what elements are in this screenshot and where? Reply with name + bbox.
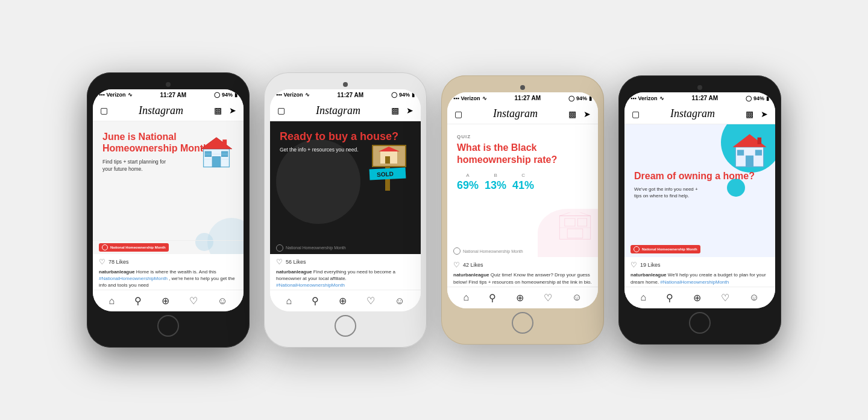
post4-house-svg xyxy=(727,127,772,170)
option-c: C 41% xyxy=(512,173,534,192)
heart-icon-4[interactable]: ♡ xyxy=(631,261,637,269)
camera-ig-icon-2[interactable]: ▢ xyxy=(277,106,285,115)
ig-header-icons-3: ▩ ➤ xyxy=(568,109,591,119)
camera-dot xyxy=(166,82,171,87)
nav-plus-3[interactable]: ⊕ xyxy=(516,292,524,304)
heart-icon-1[interactable]: ♡ xyxy=(99,258,105,266)
svg-rect-27 xyxy=(758,138,762,144)
nav-home-4[interactable]: ⌂ xyxy=(640,292,646,303)
nav-search-1[interactable]: ⚲ xyxy=(134,295,142,307)
camera-ig-icon-4[interactable]: ▢ xyxy=(632,109,640,119)
heart-icon-2[interactable]: ♡ xyxy=(276,258,283,266)
ig-header-4: ▢ Instagram ▩ ➤ xyxy=(624,104,775,124)
nav-search-3[interactable]: ⚲ xyxy=(489,292,496,304)
status-right-4: ◯ 94% ▮ xyxy=(746,95,769,101)
svg-marker-1 xyxy=(201,138,231,149)
home-button-1[interactable] xyxy=(157,315,179,337)
likes-row-3: ♡ 42 Likes xyxy=(453,261,592,269)
nhm-badge-1: National Homeownership Month xyxy=(99,243,169,252)
nav-heart-4[interactable]: ♡ xyxy=(721,292,729,304)
tv-icon-3[interactable]: ▩ xyxy=(568,109,576,119)
phone-screen-4: ▪▪▪ Verizon ∿ 11:27 AM ◯ 94% ▮ ▢ Instagr… xyxy=(624,92,775,308)
carrier-3: Verizon xyxy=(461,95,480,101)
nav-person-1[interactable]: ☺ xyxy=(218,296,227,307)
battery-4: 94% xyxy=(753,95,764,101)
nav-heart-3[interactable]: ♡ xyxy=(544,292,552,304)
svg-text:SOLD: SOLD xyxy=(377,170,394,177)
nav-heart-1[interactable]: ♡ xyxy=(189,295,198,307)
blueprint-svg xyxy=(557,212,593,243)
hashtag-2[interactable]: #NationalHomeownershipMonth xyxy=(276,282,345,288)
nav-plus-1[interactable]: ⊕ xyxy=(162,295,169,307)
status-left-2: ▪▪▪ Verizon ∿ xyxy=(276,92,310,98)
nav-person-3[interactable]: ☺ xyxy=(572,292,582,303)
post-image-2: Ready to buy a house? Get the info + res… xyxy=(270,121,421,254)
nav-plus-4[interactable]: ⊕ xyxy=(693,292,701,304)
post1-subtitle: Find tips + start planning for your futu… xyxy=(102,159,169,173)
badge-circle-4 xyxy=(634,246,640,252)
ig-logo-3: Instagram xyxy=(493,107,538,120)
blueprint-illustration xyxy=(557,212,593,245)
ig-logo-2: Instagram xyxy=(316,104,360,117)
nav-search-4[interactable]: ⚲ xyxy=(666,292,673,304)
quiz-label: QUIZ xyxy=(457,134,588,139)
caption-1: naturbanleague Home is where the wealth … xyxy=(99,269,237,289)
heart-icon-3[interactable]: ♡ xyxy=(453,261,460,269)
send-icon-2[interactable]: ➤ xyxy=(406,106,414,115)
option-b: B 13% xyxy=(485,173,506,192)
post-image-3: QUIZ What is the Black homeownership rat… xyxy=(447,124,598,257)
location-icon: ◯ xyxy=(214,92,220,98)
status-bar-3: ▪▪▪ Verizon ∿ 11:27 AM ◯ 94% ▮ xyxy=(447,92,598,104)
option-a-letter: A xyxy=(457,173,479,178)
tv-icon[interactable]: ▩ xyxy=(214,106,222,115)
camera-dot-2 xyxy=(343,82,348,87)
wifi-icon: ∿ xyxy=(128,92,133,98)
nav-home-2[interactable]: ⌂ xyxy=(286,296,292,307)
post2-title: Ready to buy a house? xyxy=(280,131,411,143)
home-button-3[interactable] xyxy=(512,312,533,334)
hashtag-1[interactable]: #NationalHomeownershipMonth xyxy=(99,276,168,281)
nav-person-2[interactable]: ☺ xyxy=(395,296,404,307)
phone-3: ▪▪▪ Verizon ∿ 11:27 AM ◯ 94% ▮ ▢ Instagr… xyxy=(441,75,604,344)
nav-person-4[interactable]: ☺ xyxy=(749,292,759,303)
nav-plus-2[interactable]: ⊕ xyxy=(339,295,347,307)
send-icon[interactable]: ➤ xyxy=(229,106,236,115)
time-1: 11:27 AM xyxy=(160,92,187,98)
option-c-letter: C xyxy=(512,173,534,178)
nav-home-3[interactable]: ⌂ xyxy=(463,292,469,303)
status-right-1: ◯ 94% ▮ xyxy=(214,92,237,98)
camera-dot-4 xyxy=(697,85,702,90)
phone-1: ▪▪▪ Verizon ∿ 11:27 AM ◯ 94% ▮ ▢ Instagr… xyxy=(87,72,250,348)
nhm-badge-2: National Homeownership Month xyxy=(276,244,346,252)
send-icon-3[interactable]: ➤ xyxy=(583,109,591,119)
status-right-2: ◯ 94% ▮ xyxy=(391,92,415,98)
nhm-badge-4: National Homeownership Month xyxy=(631,245,700,253)
nav-heart-2[interactable]: ♡ xyxy=(366,295,375,307)
time-3: 11:27 AM xyxy=(515,95,541,101)
nav-home-1[interactable]: ⌂ xyxy=(108,296,115,307)
send-icon-4[interactable]: ➤ xyxy=(761,109,768,119)
tv-icon-2[interactable]: ▩ xyxy=(391,106,399,115)
home-button-4[interactable] xyxy=(689,312,711,334)
option-b-letter: B xyxy=(485,173,506,178)
ig-header-1: ▢ Instagram ▩ ➤ xyxy=(93,101,244,121)
camera-ig-icon-3[interactable]: ▢ xyxy=(454,109,462,119)
battery-icon-4: ▮ xyxy=(766,95,769,101)
location-icon-2: ◯ xyxy=(391,92,397,98)
wifi-icon-4: ∿ xyxy=(659,95,664,101)
phone-4: ▪▪▪ Verizon ∿ 11:27 AM ◯ 94% ▮ ▢ Instagr… xyxy=(618,75,781,344)
post2-subtitle: Get the info + resources you need. xyxy=(280,147,411,153)
tv-icon-4[interactable]: ▩ xyxy=(746,109,753,119)
home-button-2[interactable] xyxy=(335,315,356,337)
likes-count-3: 42 Likes xyxy=(463,262,483,268)
svg-marker-21 xyxy=(559,212,590,216)
signal-icon-4: ▪▪▪ xyxy=(631,95,637,101)
status-right-3: ◯ 94% ▮ xyxy=(568,95,592,101)
caption-3: naturbanleague Quiz time! Know the answe… xyxy=(453,272,592,285)
nav-search-2[interactable]: ⚲ xyxy=(312,295,319,307)
bottom-nav-1: ⌂ ⚲ ⊕ ♡ ☺ xyxy=(93,290,244,311)
hashtag-4[interactable]: #NationalHomeownershipMonth xyxy=(660,279,729,285)
post3-title: What is the Black homeownership rate? xyxy=(457,142,588,165)
camera-ig-icon[interactable]: ▢ xyxy=(100,106,108,115)
svg-rect-13 xyxy=(385,156,390,164)
